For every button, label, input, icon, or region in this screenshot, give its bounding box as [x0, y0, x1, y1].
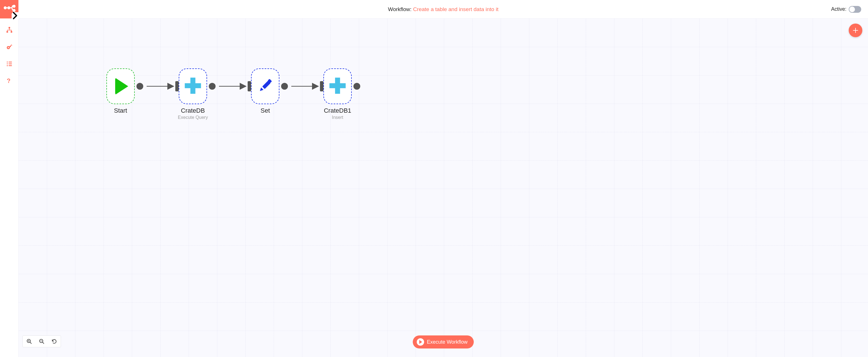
sidebar-expand-button[interactable]	[12, 12, 19, 19]
input-port[interactable]	[175, 81, 179, 91]
node-box[interactable]	[179, 68, 207, 104]
svg-point-14	[6, 62, 8, 63]
zoom-out-icon	[39, 338, 44, 344]
svg-rect-17	[8, 64, 12, 64]
list-icon	[6, 61, 12, 67]
pencil-icon	[258, 79, 272, 94]
svg-point-16	[6, 63, 8, 64]
sitemap-icon	[6, 27, 12, 33]
node-cratedb1[interactable]: CrateDB1Insert	[319, 68, 356, 120]
svg-rect-6	[6, 31, 8, 33]
node-start[interactable]: Start	[102, 68, 139, 114]
output-port[interactable]	[281, 83, 288, 90]
node-set[interactable]: Set	[247, 68, 284, 114]
node-sublabel: Insert	[332, 115, 343, 120]
sidebar	[0, 0, 19, 357]
workflow-canvas[interactable]: StartCrateDBExecute QuerySetCrateDB1Inse…	[19, 19, 868, 357]
sidebar-item-executions[interactable]	[6, 60, 13, 67]
cratedb-icon	[184, 76, 202, 96]
execute-workflow-label: Execute Workflow	[427, 339, 468, 345]
workflow-title: Workflow: Create a table and insert data…	[19, 6, 868, 12]
execute-workflow-button[interactable]: Execute Workflow	[413, 335, 474, 349]
workflow-title-prefix: Workflow:	[388, 6, 413, 12]
svg-rect-7	[10, 31, 12, 33]
svg-point-20	[8, 82, 9, 83]
input-port[interactable]	[320, 81, 323, 91]
app-logo	[0, 0, 19, 19]
toggle-knob	[849, 6, 855, 12]
workflow-title-name[interactable]: Create a table and insert data into it	[413, 6, 498, 12]
sidebar-item-workflows[interactable]	[6, 26, 13, 33]
question-icon	[7, 78, 12, 84]
output-port[interactable]	[136, 83, 143, 90]
svg-rect-15	[8, 62, 12, 62]
active-label: Active:	[831, 6, 846, 12]
chevron-right-icon	[12, 9, 19, 22]
node-box[interactable]	[106, 68, 135, 104]
node-label: CrateDB1	[324, 107, 351, 114]
topbar: Workflow: Create a table and insert data…	[19, 0, 868, 19]
input-port[interactable]	[248, 81, 251, 91]
play-icon	[115, 78, 128, 95]
svg-rect-19	[8, 65, 12, 66]
cratedb-icon	[328, 76, 347, 96]
zoom-in-button[interactable]	[24, 337, 35, 346]
add-node-button[interactable]	[849, 24, 862, 37]
output-port[interactable]	[209, 83, 216, 90]
reset-view-button[interactable]	[49, 337, 60, 346]
node-box[interactable]	[323, 68, 352, 104]
canvas-tools	[23, 335, 61, 347]
node-box[interactable]	[251, 68, 279, 104]
undo-icon	[51, 338, 57, 344]
play-circle-icon	[417, 338, 424, 346]
zoom-in-icon	[26, 338, 32, 344]
node-label: Set	[260, 107, 270, 114]
output-port[interactable]	[353, 83, 360, 90]
node-label: CrateDB	[181, 107, 205, 114]
node-sublabel: Execute Query	[178, 115, 208, 120]
sidebar-nav	[6, 26, 13, 84]
svg-line-30	[42, 342, 44, 344]
zoom-out-button[interactable]	[36, 337, 47, 346]
svg-rect-5	[8, 27, 10, 29]
plus-icon	[852, 27, 859, 34]
active-toggle[interactable]	[849, 6, 861, 13]
svg-line-26	[30, 342, 31, 344]
node-cratedb[interactable]: CrateDBExecute Query	[175, 68, 211, 120]
sidebar-item-credentials[interactable]	[6, 43, 13, 50]
svg-point-13	[8, 47, 9, 48]
key-icon	[6, 44, 12, 50]
svg-point-18	[6, 65, 8, 66]
connection-wires	[19, 19, 868, 357]
topbar-right: Active:	[831, 0, 861, 19]
sidebar-item-help[interactable]	[6, 78, 13, 84]
node-label: Start	[114, 107, 127, 114]
